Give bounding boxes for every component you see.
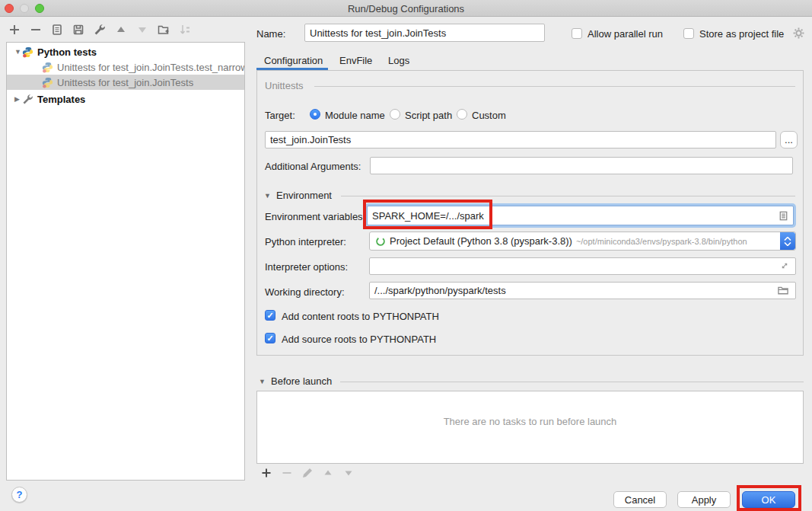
working-directory-label: Working directory: [265, 286, 345, 298]
chevron-down-icon[interactable]: ▼ [14, 48, 22, 56]
move-down-button[interactable] [135, 23, 148, 36]
gear-icon[interactable] [792, 27, 805, 40]
configurations-tree: ▼ Python tests Unittests for test_join.J… [6, 42, 245, 481]
copy-configuration-button[interactable] [50, 23, 63, 36]
window-title: Run/Debug Configurations [0, 3, 812, 14]
store-project-label: Store as project file [699, 28, 784, 40]
triangle-down-icon [342, 467, 355, 479]
tree-item-templates[interactable]: ▶ Templates [7, 91, 244, 107]
add-content-roots-label: Add content roots to PYTHONPATH [282, 311, 439, 322]
remove-task-button[interactable] [280, 466, 293, 479]
tab-envfile[interactable]: EnvFile [339, 55, 372, 66]
store-project-checkbox[interactable] [683, 28, 694, 39]
folder-plus-icon [158, 24, 170, 36]
configurations-toolbar [8, 23, 191, 36]
pencil-icon [301, 467, 314, 479]
target-radio-custom[interactable] [457, 109, 467, 120]
tree-item-python-tests[interactable]: ▼ Python tests [7, 44, 244, 59]
tree-item-unittest-narrow[interactable]: Unittests for test_join.JoinTests.test_n… [7, 59, 244, 75]
chevron-up-icon [784, 237, 791, 241]
select-stepper[interactable] [780, 232, 795, 250]
expand-field-icon[interactable] [779, 260, 790, 271]
name-label: Name: [256, 28, 285, 40]
add-configuration-button[interactable] [8, 23, 21, 36]
group-divider [314, 86, 795, 87]
browse-module-button[interactable]: ... [780, 131, 798, 149]
title-bar: Run/Debug Configurations [0, 0, 812, 17]
before-launch-empty-text: There are no tasks to run before launch [257, 416, 803, 427]
triangle-down-icon [136, 24, 148, 36]
before-launch-toolbar [260, 466, 355, 479]
add-source-roots-checkbox[interactable]: ✓ [265, 333, 275, 343]
tree-item-label: Python tests [37, 46, 97, 58]
allow-parallel-checkbox[interactable] [572, 28, 582, 39]
apply-button[interactable]: Apply [677, 491, 731, 508]
target-radio-module-name[interactable] [310, 109, 320, 120]
copy-icon [51, 24, 63, 36]
section-divider [340, 382, 804, 382]
wrench-icon [94, 24, 106, 36]
annotation-red-box-env-vars [363, 200, 492, 229]
chevron-right-icon[interactable]: ▶ [14, 95, 22, 103]
section-divider [341, 196, 795, 196]
plus-icon [260, 467, 272, 479]
edit-templates-button[interactable] [93, 23, 106, 36]
target-radio-script-path[interactable] [390, 109, 400, 120]
tree-item-label: Templates [37, 94, 85, 105]
python-interpreter-value: Project Default (Python 3.8 (pyspark-3.8… [390, 235, 572, 247]
environment-collapse-icon[interactable]: ▼ [264, 192, 271, 200]
tree-item-label: Unittests for test_join.JoinTests.test_n… [57, 62, 244, 73]
conda-env-icon [375, 236, 386, 247]
edit-task-button[interactable] [301, 466, 314, 479]
save-configuration-button[interactable] [72, 23, 84, 36]
add-content-roots-checkbox[interactable]: ✓ [265, 310, 275, 321]
move-up-button[interactable] [114, 23, 127, 36]
triangle-up-icon [115, 24, 127, 36]
python-interpreter-label: Python interpreter: [265, 236, 346, 248]
sort-alpha-icon [179, 24, 191, 36]
module-name-input[interactable] [265, 131, 776, 149]
python-tests-icon [22, 46, 33, 58]
additional-arguments-input[interactable] [370, 157, 793, 174]
python-test-icon [42, 77, 53, 88]
run-debug-configurations-dialog: Run/Debug Configurations ▼ [0, 0, 812, 511]
before-launch-section-title: Before launch [271, 375, 332, 387]
add-task-button[interactable] [260, 466, 272, 479]
plus-icon [8, 24, 21, 36]
tree-item-label: Unittests for test_join.JoinTests [57, 77, 193, 88]
remove-configuration-button[interactable] [29, 23, 42, 36]
environment-section-title: Environment [276, 190, 332, 201]
tree-item-unittest-jointests[interactable]: Unittests for test_join.JoinTests [7, 75, 244, 90]
save-icon [72, 24, 84, 36]
move-task-down-button[interactable] [342, 466, 355, 479]
additional-arguments-label: Additional Arguments: [265, 161, 361, 172]
python-interpreter-path: ~/opt/miniconda3/envs/pyspark-3.8/bin/py… [576, 237, 747, 246]
target-radio-script-path-label: Script path [405, 110, 452, 121]
target-radio-custom-label: Custom [472, 110, 506, 121]
new-folder-button[interactable] [157, 23, 170, 36]
before-launch-task-list: There are no tasks to run before launch [256, 391, 804, 464]
allow-parallel-label: Allow parallel run [588, 28, 663, 40]
templates-wrench-icon [22, 94, 33, 105]
interpreter-options-input[interactable] [369, 257, 796, 275]
configuration-panel: Unittests Target: Module name Script pat… [256, 70, 804, 356]
add-source-roots-label: Add source roots to PYTHONPATH [282, 334, 436, 345]
working-directory-input[interactable] [369, 282, 796, 299]
move-task-up-button[interactable] [321, 466, 334, 479]
edit-variables-icon[interactable] [778, 210, 789, 222]
name-input[interactable] [304, 24, 545, 42]
tab-logs[interactable]: Logs [388, 55, 409, 66]
target-label: Target: [265, 110, 295, 121]
triangle-up-icon [322, 467, 334, 479]
tab-configuration[interactable]: Configuration [264, 55, 323, 66]
help-button[interactable]: ? [11, 487, 27, 503]
chevron-down-icon [784, 242, 791, 246]
minus-icon [281, 467, 293, 479]
sort-configurations-button[interactable] [178, 23, 191, 36]
python-interpreter-select[interactable]: Project Default (Python 3.8 (pyspark-3.8… [369, 232, 796, 251]
folder-icon[interactable] [777, 285, 789, 296]
before-launch-collapse-icon[interactable]: ▼ [259, 378, 266, 385]
minus-icon [30, 24, 42, 36]
interpreter-options-label: Interpreter options: [265, 261, 348, 273]
cancel-button[interactable]: Cancel [613, 491, 667, 508]
